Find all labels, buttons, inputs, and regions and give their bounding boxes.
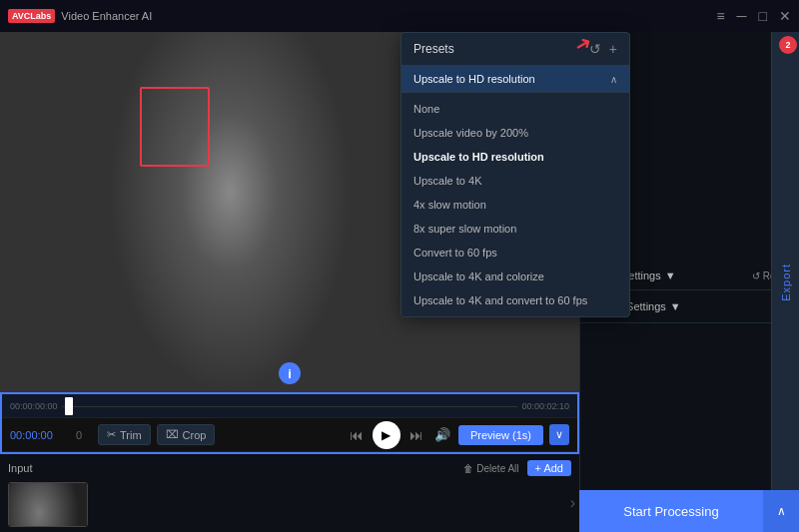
trim-icon: ✂: [107, 428, 116, 441]
input-actions: 🗑 Delete All + Add: [463, 460, 571, 476]
app-title: Video Enhancer AI: [61, 10, 152, 22]
timeline-section: 00:00:00:00 00:00:02:10 00:00:00 0 ✂ Tri…: [0, 392, 579, 452]
presets-title: Presets: [413, 42, 454, 56]
preset-item-8xslow[interactable]: 8x super slow motion: [401, 217, 629, 241]
preset-item-none[interactable]: None: [401, 97, 629, 121]
start-processing-label[interactable]: Start Processing: [579, 504, 763, 519]
preview-button[interactable]: Preview (1s): [458, 425, 543, 445]
thumb-image: [9, 483, 87, 526]
maximize-btn[interactable]: □: [759, 9, 767, 23]
play-btn[interactable]: ▶: [373, 421, 400, 449]
output-chevron: ▼: [670, 300, 681, 312]
preset-item-4kcolor[interactable]: Upscale to 4K and colorize: [401, 265, 629, 288]
skip-fwd-btn[interactable]: ⏭: [406, 427, 426, 443]
playback-controls: ⏮ ▶ ⏭ 🔊: [347, 421, 452, 449]
face-detection-box: [140, 87, 210, 167]
menu-btn[interactable]: ≡: [716, 9, 724, 23]
add-btn[interactable]: + Add: [527, 460, 571, 476]
preset-item-4xslow[interactable]: 4x slow motion: [401, 193, 629, 217]
preset-item-4k60fps[interactable]: Upscale to 4K and convert to 60 fps: [401, 288, 629, 312]
preset-item-200[interactable]: Upscale video by 200%: [401, 121, 629, 145]
video-settings-chevron: ▼: [665, 269, 676, 281]
preset-chevron-icon: ∧: [610, 74, 617, 85]
crop-label: Crop: [183, 429, 207, 441]
preset-item-60fps[interactable]: Convert to 60 fps: [401, 241, 629, 265]
delete-all-label: Delete All: [476, 463, 518, 474]
main-layout: i 00:00:00:00 00:00:02:10 00:00:00 0 ✂ T…: [0, 32, 799, 532]
export-label[interactable]: Export: [780, 264, 792, 301]
input-header: Input 🗑 Delete All + Add: [8, 460, 571, 476]
thumbnail-list: [8, 482, 571, 527]
info-badge[interactable]: i: [279, 362, 301, 384]
logo-box: AVCLabs: [8, 9, 55, 23]
delete-icon: 🗑: [463, 463, 473, 474]
presets-add-btn[interactable]: +: [609, 41, 617, 57]
presets-panel: Presets ↺ + Upscale to HD resolution ∧ N…: [400, 32, 630, 317]
right-panel: Presets ↺ + Upscale to HD resolution ∧ N…: [579, 32, 799, 532]
crop-button[interactable]: ⌧ Crop: [157, 424, 216, 445]
preset-selected-text: Upscale to HD resolution: [413, 73, 535, 85]
timeline-controls: 00:00:00 0 ✂ Trim ⌧ Crop ⏮ ▶ ⏭ 🔊 Preview…: [2, 418, 577, 452]
preset-selected[interactable]: Upscale to HD resolution ∧: [401, 66, 629, 93]
crop-icon: ⌧: [166, 428, 179, 441]
preset-item-hd[interactable]: Upscale to HD resolution: [401, 145, 629, 169]
input-label: Input: [8, 462, 32, 474]
preset-list: None Upscale video by 200% Upscale to HD…: [401, 93, 629, 316]
processing-arrow-icon: ∧: [777, 504, 786, 518]
current-time: 00:00:00: [10, 429, 70, 441]
ruler-ticks: [62, 406, 517, 407]
app-logo: AVCLabs Video Enhancer AI: [8, 9, 152, 23]
scroll-right-arrow[interactable]: ›: [570, 494, 575, 512]
volume-btn[interactable]: 🔊: [432, 427, 452, 442]
input-strip: Input 🗑 Delete All + Add ›: [0, 452, 579, 532]
start-processing-arrow[interactable]: ∧: [763, 490, 799, 532]
current-frame: 0: [76, 429, 92, 441]
thumbnail-item[interactable]: [8, 482, 88, 527]
export-bar[interactable]: Export: [771, 32, 799, 532]
window-controls: ≡ ─ □ ✕: [716, 9, 791, 23]
skip-back-btn[interactable]: ⏮: [347, 427, 367, 443]
minimize-btn[interactable]: ─: [737, 9, 747, 23]
title-bar: AVCLabs Video Enhancer AI ≡ ─ □ ✕: [0, 0, 799, 32]
preset-item-4k[interactable]: Upscale to 4K: [401, 169, 629, 193]
notification-badge: 2: [779, 36, 797, 54]
close-btn[interactable]: ✕: [779, 9, 791, 23]
trim-label: Trim: [120, 429, 142, 441]
start-processing-bar[interactable]: Start Processing ∧: [579, 490, 799, 532]
preview-arrow-btn[interactable]: ∨: [549, 424, 569, 445]
time-end: 00:00:02:10: [521, 401, 569, 411]
time-start: 00:00:00:00: [10, 401, 58, 411]
playhead[interactable]: [65, 397, 73, 415]
timeline-ruler: 00:00:00:00 00:00:02:10: [2, 394, 577, 418]
trim-button[interactable]: ✂ Trim: [98, 424, 151, 445]
delete-all-btn[interactable]: 🗑 Delete All: [463, 463, 518, 474]
